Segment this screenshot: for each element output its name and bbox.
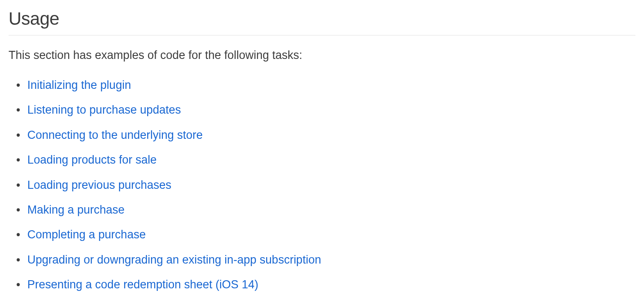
link-making-purchase[interactable]: Making a purchase bbox=[27, 203, 125, 216]
link-initializing-plugin[interactable]: Initializing the plugin bbox=[27, 79, 131, 91]
list-item: Connecting to the underlying store bbox=[27, 127, 635, 143]
list-item: Completing a purchase bbox=[27, 227, 635, 242]
usage-section: Usage This section has examples of code … bbox=[9, 9, 635, 293]
link-connecting-store[interactable]: Connecting to the underlying store bbox=[27, 129, 203, 141]
list-item: Loading products for sale bbox=[27, 152, 635, 167]
link-completing-purchase[interactable]: Completing a purchase bbox=[27, 228, 146, 241]
section-heading: Usage bbox=[9, 9, 635, 35]
link-loading-previous-purchases[interactable]: Loading previous purchases bbox=[27, 179, 171, 191]
list-item: Upgrading or downgrading an existing in-… bbox=[27, 252, 635, 267]
link-list: Initializing the plugin Listening to pur… bbox=[9, 77, 635, 293]
list-item: Making a purchase bbox=[27, 202, 635, 217]
intro-text: This section has examples of code for th… bbox=[9, 47, 635, 64]
link-code-redemption-sheet[interactable]: Presenting a code redemption sheet (iOS … bbox=[27, 278, 258, 291]
list-item: Loading previous purchases bbox=[27, 177, 635, 193]
list-item: Initializing the plugin bbox=[27, 77, 635, 93]
list-item: Listening to purchase updates bbox=[27, 102, 635, 117]
link-upgrading-subscription[interactable]: Upgrading or downgrading an existing in-… bbox=[27, 253, 321, 266]
list-item: Presenting a code redemption sheet (iOS … bbox=[27, 277, 635, 292]
link-listening-purchase-updates[interactable]: Listening to purchase updates bbox=[27, 103, 181, 116]
link-loading-products[interactable]: Loading products for sale bbox=[27, 153, 157, 166]
